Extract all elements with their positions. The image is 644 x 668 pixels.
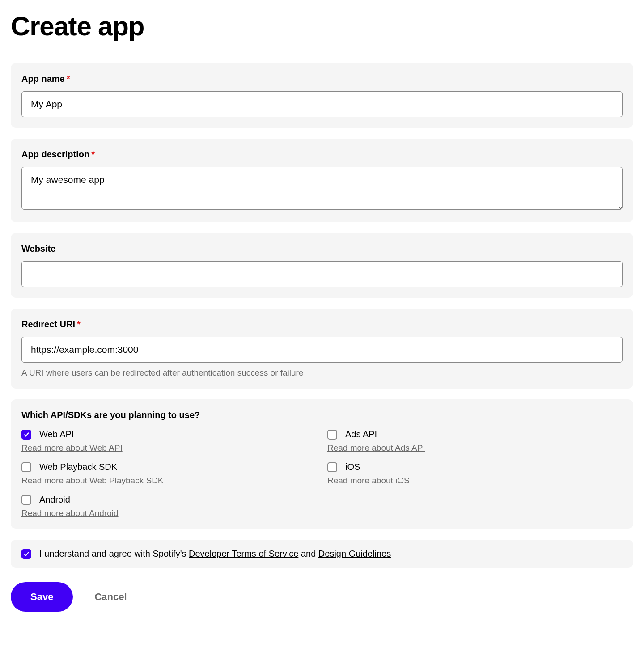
app-description-card: App description* My awesome app <box>11 139 633 222</box>
checkbox-agreement[interactable] <box>21 549 31 559</box>
sdk-checkbox-row: Android <box>21 495 317 505</box>
checkbox-ads-api[interactable] <box>327 430 337 440</box>
check-icon <box>23 551 30 557</box>
sdk-label-ads-api: Ads API <box>345 429 377 440</box>
sdk-checkbox-row: Web Playback SDK <box>21 462 317 472</box>
agreement-row: I understand and agree with Spotify's De… <box>21 549 623 559</box>
sdk-item-web-api: Web API Read more about Web API <box>21 429 317 453</box>
sdk-label-web-playback-sdk: Web Playback SDK <box>39 462 117 472</box>
redirect-uri-label-text: Redirect URI <box>21 319 75 329</box>
checkbox-ios[interactable] <box>327 462 337 472</box>
app-name-label-text: App name <box>21 74 65 84</box>
sdk-checkbox-row: Ads API <box>327 429 623 440</box>
sdk-item-web-playback-sdk: Web Playback SDK Read more about Web Pla… <box>21 462 317 486</box>
read-more-ads-api[interactable]: Read more about Ads API <box>327 443 425 453</box>
checkbox-web-playback-sdk[interactable] <box>21 462 31 472</box>
app-name-card: App name* <box>11 63 633 128</box>
read-more-web-playback-sdk[interactable]: Read more about Web Playback SDK <box>21 476 164 486</box>
design-guidelines-link[interactable]: Design Guidelines <box>318 549 391 558</box>
agreement-text: I understand and agree with Spotify's De… <box>39 549 391 559</box>
sdks-question: Which API/SDKs are you planning to use? <box>21 410 623 420</box>
redirect-uri-helper: A URI where users can be redirected afte… <box>21 368 623 378</box>
sdk-grid: Web API Read more about Web API Ads API … <box>21 429 623 518</box>
app-name-label: App name* <box>21 74 623 84</box>
button-row: Save Cancel <box>11 582 633 612</box>
redirect-uri-label: Redirect URI* <box>21 319 623 330</box>
agreement-connector: and <box>298 549 318 558</box>
sdk-label-ios: iOS <box>345 462 360 472</box>
redirect-uri-input[interactable] <box>21 337 623 363</box>
app-name-input[interactable] <box>21 91 623 117</box>
app-description-input[interactable]: My awesome app <box>21 167 623 210</box>
checkbox-android[interactable] <box>21 495 31 505</box>
sdk-checkbox-row: Web API <box>21 429 317 440</box>
website-input[interactable] <box>21 261 623 287</box>
app-description-label: App description* <box>21 149 623 160</box>
sdk-label-android: Android <box>39 495 70 505</box>
checkbox-web-api[interactable] <box>21 430 31 440</box>
website-label: Website <box>21 244 623 254</box>
read-more-android[interactable]: Read more about Android <box>21 508 119 518</box>
cancel-button[interactable]: Cancel <box>94 591 127 603</box>
sdk-item-ios: iOS Read more about iOS <box>327 462 623 486</box>
required-asterisk: * <box>67 74 70 84</box>
tos-link[interactable]: Developer Terms of Service <box>189 549 298 558</box>
app-description-label-text: App description <box>21 149 89 159</box>
save-button[interactable]: Save <box>11 582 73 612</box>
agreement-prefix: I understand and agree with Spotify's <box>39 549 189 558</box>
sdk-label-web-api: Web API <box>39 429 74 440</box>
sdks-card: Which API/SDKs are you planning to use? … <box>11 399 633 529</box>
agreement-card: I understand and agree with Spotify's De… <box>11 540 633 568</box>
sdk-item-android: Android Read more about Android <box>21 495 317 518</box>
website-label-text: Website <box>21 244 55 254</box>
redirect-uri-card: Redirect URI* A URI where users can be r… <box>11 309 633 389</box>
required-asterisk: * <box>77 319 80 329</box>
check-icon <box>23 431 30 438</box>
read-more-ios[interactable]: Read more about iOS <box>327 476 410 486</box>
website-card: Website <box>11 233 633 298</box>
sdk-checkbox-row: iOS <box>327 462 623 472</box>
sdk-item-ads-api: Ads API Read more about Ads API <box>327 429 623 453</box>
read-more-web-api[interactable]: Read more about Web API <box>21 443 123 453</box>
required-asterisk: * <box>91 149 95 159</box>
page-title: Create app <box>11 11 633 42</box>
